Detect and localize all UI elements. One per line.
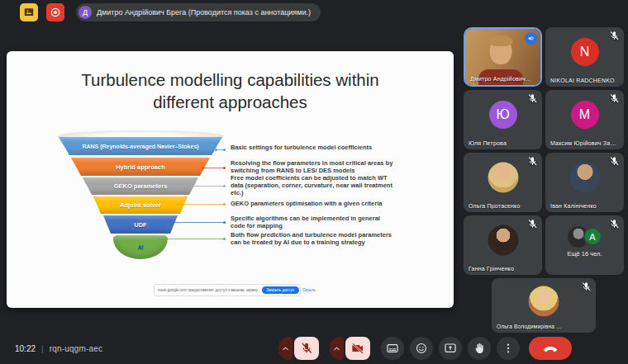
participant-tile[interactable]: Дмитро Андрійович… — [464, 27, 542, 87]
participant-tile[interactable]: NNIKOLAI RADCHENKO — [545, 27, 624, 87]
meet-window: Д Дмитро Андрійович Брега (Проводится по… — [0, 0, 628, 364]
info-divider: | — [41, 344, 44, 353]
participant-name: Максим Юрійович За… — [550, 140, 616, 146]
funnel-description: Resolving the flow parameters in most cr… — [231, 160, 396, 175]
funnel-layer-5: UDF — [103, 215, 178, 234]
funnel-layer-4: Adjoint solver — [93, 196, 188, 214]
connector-dot — [223, 185, 226, 187]
connector-line — [189, 186, 224, 187]
participant-tile[interactable]: AЕщё 16 чел. — [545, 215, 624, 275]
mic-off-icon — [609, 219, 620, 229]
raise-hand-icon — [473, 342, 486, 355]
screen-share-banner: meet.google.com предоставляет доступ к в… — [154, 284, 301, 296]
participant-tile[interactable]: Ольга Протасенко — [464, 153, 542, 212]
captions-button[interactable] — [381, 337, 404, 360]
raise-hand-button[interactable] — [468, 337, 491, 360]
mic-off-icon — [527, 93, 538, 104]
participant-name: Ганна Грінченко — [469, 266, 514, 272]
clock: 10:22 — [15, 344, 36, 353]
mic-off-icon — [300, 342, 313, 355]
mic-off-icon — [527, 219, 538, 229]
meeting-code: rqn-uqgm-aec — [50, 344, 103, 353]
participant-tile[interactable]: ММаксим Юрійович За… — [545, 90, 624, 149]
presenter-status-text: Дмитро Андрійович Брега (Проводится пока… — [97, 8, 311, 17]
participants-grid: Дмитро Андрійович…NNIKOLAI RADCHENKOЮЮля… — [464, 27, 624, 338]
avatar — [488, 163, 518, 193]
funnel-description: GEKO parameters optimisation with a give… — [231, 201, 396, 208]
present-button[interactable] — [439, 337, 462, 360]
connector-line — [164, 222, 224, 223]
avatar — [488, 225, 518, 256]
call-controls — [278, 337, 572, 360]
call-end-icon — [542, 340, 559, 357]
cam-muted-button[interactable] — [345, 337, 370, 360]
participant-tile[interactable]: Ганна Грінченко — [464, 215, 542, 275]
cam-options-button[interactable] — [330, 337, 344, 360]
mic-options-button[interactable] — [278, 337, 293, 360]
mic-off-icon — [527, 156, 538, 167]
smile-icon — [415, 342, 428, 355]
avatar: N — [571, 38, 599, 66]
more-vert-icon — [502, 342, 515, 355]
funnel-description: Basic settings for turbulence model coef… — [231, 144, 396, 152]
connector-line — [177, 204, 224, 205]
captions-icon — [386, 342, 399, 355]
funnel-layer-label: Adjoint solver — [120, 201, 161, 209]
avatar — [569, 163, 600, 193]
participant-name: Ольга Протасенко — [469, 203, 521, 209]
slide-title: Turbulence modelling capabilities within… — [53, 69, 408, 113]
participant-name: Юля Петрова — [469, 140, 507, 146]
connector-dot — [223, 203, 226, 206]
stop-sharing-button: Закрыть доступ — [262, 286, 299, 294]
funnel-layer-label: GEKO parameters — [114, 182, 168, 190]
presenter-avatar: Д — [78, 6, 92, 19]
participant-name: Ольга Володимирівна Шипуль — [497, 324, 564, 329]
participant-name: Дмитро Андрійович… — [470, 76, 531, 82]
funnel-description: Specific algorithms can be implemented i… — [231, 215, 396, 230]
connector-dot — [163, 221, 165, 224]
share-banner-message: meet.google.com предоставляет доступ к в… — [158, 288, 259, 292]
avatar: М — [571, 101, 599, 129]
connector-dot — [176, 203, 178, 206]
overflow-avatars: A — [568, 226, 602, 248]
camera-off-icon — [351, 342, 364, 355]
connector-line — [159, 239, 224, 239]
funnel-layer-label: AI — [138, 244, 144, 250]
meeting-info: 10:22 | rqn-uqgm-aec — [15, 344, 102, 353]
present-screen-icon — [444, 342, 457, 355]
mic-muted-button[interactable] — [294, 337, 319, 360]
connector-dot — [223, 221, 226, 224]
connector-dot — [223, 149, 226, 151]
funnel-layer-label: RANS (Reynolds-averaged Navier–Stokes) — [82, 144, 198, 149]
avatar: A — [583, 227, 602, 246]
funnel-layer-3: GEKO parameters — [83, 177, 198, 195]
volume-icon — [527, 35, 535, 42]
more-options-button[interactable] — [497, 337, 520, 360]
chevron-up-icon — [281, 344, 290, 353]
participant-name: Іван Калініченко — [550, 203, 597, 209]
annotation-icon — [23, 7, 35, 18]
annotation-indicator-chip[interactable] — [20, 3, 38, 21]
mic-off-icon — [609, 93, 620, 104]
participant-tile[interactable]: Іван Калініченко — [545, 153, 624, 212]
connector-dot — [159, 238, 161, 240]
leave-call-button[interactable] — [529, 337, 572, 360]
funnel-description: Both flow prediction and turbulence mode… — [231, 232, 396, 247]
mic-off-icon — [581, 281, 592, 292]
connector-dot — [223, 167, 226, 169]
participant-tile[interactable]: Ольга Володимирівна Шипуль — [492, 278, 596, 333]
participant-name: Ещё 16 чел. — [545, 250, 624, 258]
record-icon — [50, 7, 61, 18]
hide-banner-link: Скрыть — [302, 288, 316, 292]
presenter-pill[interactable]: Д Дмитро Андрійович Брега (Проводится по… — [76, 3, 321, 21]
presentation-slide: Turbulence modelling capabilities within… — [7, 51, 454, 308]
funnel-layer-2: Hybrid approach — [71, 158, 210, 176]
connector-dot — [223, 238, 226, 240]
connector-line — [202, 168, 224, 168]
connector-dot — [202, 167, 204, 169]
recording-indicator-chip[interactable] — [46, 3, 64, 21]
avatar — [529, 286, 559, 316]
reactions-button[interactable] — [410, 337, 433, 360]
mic-off-icon — [609, 31, 620, 41]
participant-tile[interactable]: ЮЮля Петрова — [464, 90, 542, 149]
